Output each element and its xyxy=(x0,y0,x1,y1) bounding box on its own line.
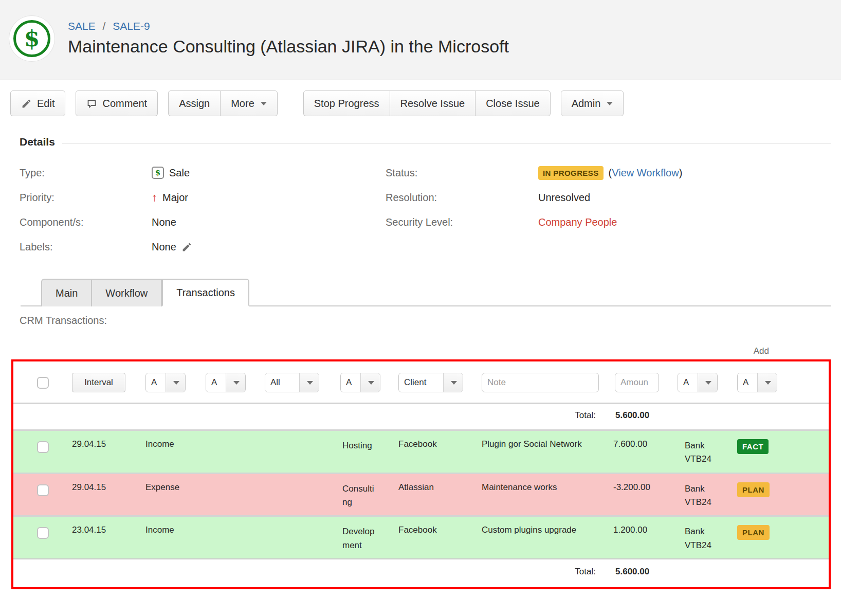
row-checkbox[interactable] xyxy=(37,484,49,496)
breadcrumb-project-link[interactable]: SALE xyxy=(68,20,96,32)
page-title: Maintenance Consulting (Atlassian JIRA) … xyxy=(68,37,509,57)
edit-button[interactable]: Edit xyxy=(10,90,65,116)
transaction-amount: 7.600.00 xyxy=(609,439,673,449)
add-transaction-link[interactable]: Add xyxy=(754,346,769,356)
issue-type-avatar: $ xyxy=(9,16,54,61)
status-badge: IN PROGRESS xyxy=(538,166,604,180)
transaction-client: Atlassian xyxy=(398,482,482,493)
category-filter-dropdown[interactable]: A xyxy=(340,373,380,392)
details-heading-rule xyxy=(62,143,831,143)
total-value: 5.600.00 xyxy=(609,410,673,421)
comment-button[interactable]: Comment xyxy=(76,90,158,116)
detail-row-components: Component/s: None xyxy=(0,210,386,234)
detail-row-priority: Priority: ↑ Major xyxy=(0,185,386,210)
close-issue-label: Close Issue xyxy=(486,98,540,110)
row-checkbox[interactable] xyxy=(37,527,49,539)
detail-row-security: Security Level: Company People xyxy=(386,210,841,234)
transaction-note: Plugin gor Social Network xyxy=(482,439,609,449)
workflow-paren-close: ) xyxy=(679,167,683,178)
type-filter-dropdown[interactable]: A xyxy=(145,373,186,392)
comment-bubble-icon xyxy=(86,98,97,109)
breadcrumb-separator: / xyxy=(103,20,106,32)
dollar-circle-icon: $ xyxy=(13,20,50,57)
chevron-down-icon xyxy=(226,373,245,392)
total-label: Total: xyxy=(482,410,609,421)
security-level-label: Security Level: xyxy=(386,216,538,228)
status-badge-plan: PLAN xyxy=(737,482,770,497)
row-checkbox[interactable] xyxy=(37,441,49,453)
priority-major-arrow-icon: ↑ xyxy=(152,192,157,203)
crm-transactions-label: CRM Transactions: xyxy=(20,315,841,327)
transaction-account: Bank VTB24 xyxy=(685,525,717,552)
view-workflow-link[interactable]: View Workflow xyxy=(612,167,679,178)
status-label: Status: xyxy=(386,167,538,179)
admin-button[interactable]: Admin xyxy=(561,90,624,116)
transaction-row: 23.04.15 Income Development Facebook Cus… xyxy=(13,515,829,558)
components-label: Component/s: xyxy=(0,216,152,228)
tab-workflow[interactable]: Workflow xyxy=(92,279,162,306)
tab-main[interactable]: Main xyxy=(41,279,92,306)
filter-dropdown-all[interactable]: All xyxy=(265,373,319,392)
resolve-issue-label: Resolve Issue xyxy=(400,98,465,110)
transaction-client: Facebook xyxy=(398,439,482,449)
transaction-note: Custom plugins upgrade xyxy=(482,525,609,535)
edit-button-label: Edit xyxy=(37,98,54,110)
transaction-date: 29.04.15 xyxy=(72,482,145,493)
transaction-account: Bank VTB24 xyxy=(685,439,717,466)
breadcrumb-issue-link[interactable]: SALE-9 xyxy=(113,20,150,32)
total-row-bottom: Total: 5.600.00 xyxy=(13,558,829,587)
chevron-down-icon xyxy=(166,373,185,392)
labels-value: None xyxy=(152,241,176,253)
transaction-row: 29.04.15 Income Hosting Facebook Plugin … xyxy=(13,429,829,473)
assign-button[interactable]: Assign xyxy=(168,90,221,116)
transaction-client: Facebook xyxy=(398,525,482,535)
close-issue-button[interactable]: Close Issue xyxy=(475,90,551,116)
type-value: Sale xyxy=(169,167,190,179)
transaction-note: Maintenance works xyxy=(482,482,609,493)
transaction-account: Bank VTB24 xyxy=(685,482,717,510)
chevron-down-icon xyxy=(607,102,613,105)
status-filter-dropdown[interactable]: A xyxy=(737,373,777,392)
transaction-type: Expense xyxy=(145,482,206,493)
resolution-label: Resolution: xyxy=(386,192,538,204)
tab-transactions[interactable]: Transactions xyxy=(162,279,249,306)
pencil-icon xyxy=(21,98,32,109)
components-value: None xyxy=(152,216,176,228)
client-filter-dropdown[interactable]: Client xyxy=(398,373,463,392)
stop-progress-button[interactable]: Stop Progress xyxy=(303,90,390,116)
chevron-down-icon xyxy=(360,373,380,392)
select-all-checkbox[interactable] xyxy=(37,377,49,389)
detail-row-type: Type: $ Sale xyxy=(0,160,386,185)
transaction-amount: 1.200.00 xyxy=(609,525,673,535)
transaction-category: Consulting xyxy=(342,482,376,510)
transaction-type: Income xyxy=(145,439,206,449)
assign-button-label: Assign xyxy=(179,98,210,110)
transaction-category: Hosting xyxy=(342,439,376,452)
detail-row-labels: Labels: None xyxy=(0,234,386,259)
stop-progress-label: Stop Progress xyxy=(314,98,379,110)
chevron-down-icon xyxy=(261,102,267,105)
transaction-row: 29.04.15 Expense Consulting Atlassian Ma… xyxy=(13,473,829,516)
filter-dropdown-2[interactable]: A xyxy=(206,373,246,392)
chevron-down-icon xyxy=(757,373,777,392)
transaction-date: 23.04.15 xyxy=(72,525,145,535)
breadcrumb: SALE / SALE-9 xyxy=(68,20,509,32)
amount-filter-input[interactable] xyxy=(615,373,659,392)
more-button[interactable]: More xyxy=(220,90,278,116)
details-heading: Details xyxy=(20,136,55,148)
note-filter-input[interactable] xyxy=(482,373,599,392)
toolbar: Edit Comment Assign More Stop Progress R… xyxy=(10,90,841,116)
edit-labels-pencil-icon[interactable] xyxy=(181,242,192,252)
footer-total-value: 5.600.00 xyxy=(609,567,673,577)
status-badge-fact: FACT xyxy=(737,439,769,454)
transactions-table: Interval A A All A xyxy=(11,359,831,589)
details-section: Details Type: $ Sale Priority: ↑ Major C… xyxy=(0,136,841,259)
tabs: Main Workflow Transactions xyxy=(21,279,831,306)
resolve-issue-button[interactable]: Resolve Issue xyxy=(390,90,476,116)
sale-dollar-icon: $ xyxy=(152,167,164,179)
account-filter-dropdown[interactable]: A xyxy=(678,373,718,392)
interval-filter-button[interactable]: Interval xyxy=(72,373,125,392)
footer-total-label: Total: xyxy=(482,567,609,577)
total-row-top: Total: 5.600.00 xyxy=(13,404,829,429)
detail-row-status: Status: IN PROGRESS (View Workflow) xyxy=(386,160,841,185)
